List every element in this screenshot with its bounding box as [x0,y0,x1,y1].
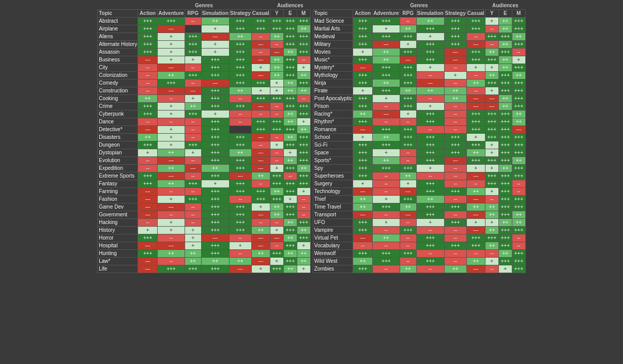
simulation-cell: +++ [416,110,444,118]
adventure-cell: +++ [373,18,400,25]
rpg-cell: +++ [400,165,416,172]
rpg-cell: --- [400,211,416,219]
y-cell: + [270,165,283,172]
strategy-cell: ++ [444,265,466,273]
adventure-cell: -- [373,180,400,188]
y-cell: -- [485,41,498,49]
m-cell: +++ [297,180,310,188]
m-cell: -- [297,95,310,103]
m-cell: + [297,242,310,250]
simulation-cell: +++ [201,250,229,258]
table-row: Farming-------+++++++++++++++ [98,188,311,196]
action-cell: +++ [353,25,373,33]
topic-cell: Zombies [313,265,353,273]
table-row: Military+++---+++++++-----+++++ [313,41,525,49]
topic-cell: Pirate [313,87,353,95]
table-row: Romance---++++++----+++++++++--- [313,126,525,134]
e-cell: ++ [283,110,297,118]
table-row: Racing*++---++++--+++++++++++ [313,110,525,118]
adventure-cell: +++ [373,258,400,265]
topic-cell: Dystopian [98,149,138,157]
rpg-cell: -- [400,118,416,126]
action-cell: +++ [138,18,158,25]
casual-cell: -- [466,87,485,95]
y-cell: -- [270,110,283,118]
simulation-cell: ++ [201,165,229,172]
rpg-cell: +++ [400,196,416,203]
simulation-cell: +++ [201,56,229,64]
casual-cell: -- [466,250,485,258]
simulation-cell: +++ [201,242,229,250]
rpg-cell: + [400,41,416,49]
m-cell: ++ [297,258,310,265]
rpg-cell: -- [400,149,416,157]
topic-col-header: Topic [98,10,138,18]
table-row: Construction--------+++++++++++ [98,87,311,95]
table-row: Transport--------+++-----+++++++ [313,211,525,219]
table-row: Sci-Fi+++++++++++++++++++++++++ [313,141,525,149]
simulation-cell: +++ [416,157,444,165]
y-cell: + [270,141,283,149]
e-cell: + [498,265,512,273]
adventure-cell: -- [373,265,400,273]
rpg-cell: -- [400,234,416,242]
casual-cell: --- [466,103,485,110]
rpg-cell: --- [185,87,201,95]
y-col-header: Y [270,10,283,18]
adventure-cell: + [158,196,185,203]
topic-cell: Cyberpunk [98,110,138,118]
simulation-cell: +++ [416,141,444,149]
e-cell: +++ [498,172,512,180]
simulation-cell: +++ [416,118,444,126]
y-cell: +++ [485,56,498,64]
topic-cell: Vocabulary [313,242,353,250]
simulation-cell: -- [416,126,444,134]
m-cell: +++ [512,165,525,172]
adventure-cell: -- [373,103,400,110]
strategy-cell: ++ [229,33,251,41]
topic-cell: Superheroes [313,172,353,180]
e-cell: ++ [283,234,297,242]
main-container: Genres Audiences Topic Action Adventure … [97,2,525,273]
action-cell: --- [353,64,373,72]
strategy-cell: +++ [229,203,251,211]
y-cell: + [270,87,283,95]
rpg-cell: +++ [400,64,416,72]
rpg-cell: + [400,110,416,118]
action-cell: ++ [138,95,158,103]
y-cell: ++ [485,72,498,80]
action-cell: +++ [138,49,158,56]
y-cell: -- [270,219,283,227]
topic-col-header-r: Topic [313,10,353,18]
y-cell: +++ [485,118,498,126]
strategy-cell: +++ [229,165,251,172]
table-row: Colonization--+++++++++++---+++++++ [98,72,311,80]
table-row: Mythology+++++++++--+--+++++++ [313,72,525,80]
simulation-cell: -- [416,227,444,234]
m-cell: +++ [297,172,310,180]
e-col-header: E [283,10,297,18]
topic-cell: Wild West [313,258,353,265]
casual-cell: +++ [466,18,485,25]
e-cell: ++ [498,56,512,64]
e-cell: +++ [283,18,297,25]
m-cell: +++ [512,64,525,72]
table-row: Airplane+++---+++++++++++++++ [98,25,311,33]
adventure-cell: + [158,49,185,56]
strategy-cell: -- [444,172,466,180]
strategy-cell: ++ [229,258,251,265]
strategy-cell: +++ [229,134,251,141]
m-cell: +++ [297,141,310,149]
y-cell: ++ [270,64,283,72]
table-row: Cooking++--++++--+++++++++-- [98,95,311,103]
m-cell: -- [512,188,525,196]
m-cell: +++ [512,250,525,258]
table-row: Post Apocalyptic+++++++--++------+++++ [313,95,525,103]
m-cell: +++ [297,149,310,157]
table-row: Cyberpunk++++++++------+++++ [98,110,311,118]
action-cell: +++ [138,234,158,242]
m-cell: +++ [297,33,310,41]
table-row: Aliens+++++++---++--++++++++ [98,33,311,41]
casual-cell: +++ [251,196,270,203]
adventure-cell: + [158,227,185,234]
